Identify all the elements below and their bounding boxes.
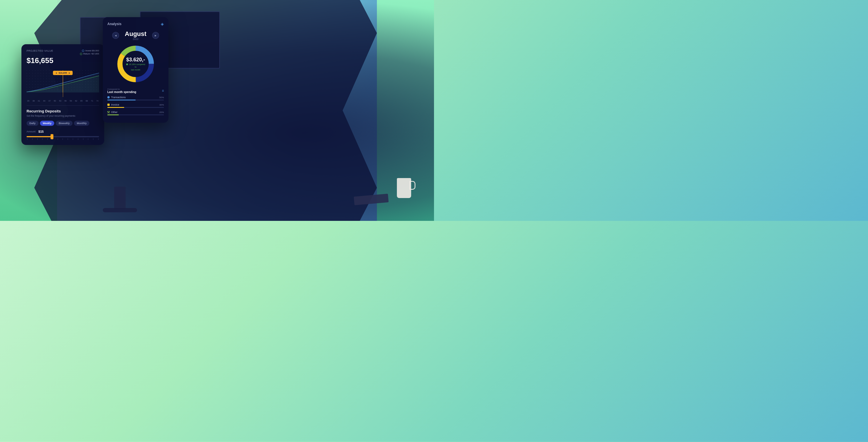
donut-amount: $3.620,- (126, 57, 146, 63)
spending-name-transactions: Transactions (107, 96, 126, 99)
other-bar-bg (107, 114, 164, 115)
month-year: 2022 (125, 38, 147, 40)
tick-3 (37, 138, 38, 140)
tick-13 (88, 138, 88, 140)
tick-9 (68, 138, 68, 140)
coffee-cup (397, 178, 411, 198)
chart-label-8: 56 (64, 100, 66, 102)
month-name: August (125, 30, 147, 38)
chart-label-6: 50 (54, 100, 56, 102)
month-display: August 2022 (125, 30, 147, 40)
donut-change: 16.18% compared tolast month (126, 63, 146, 71)
chart-label-14: 74 (96, 100, 98, 102)
invoice-dot (107, 104, 110, 106)
slider-track[interactable] (27, 136, 99, 137)
invest-info: Invest $9,000 Return +$7,655 (80, 49, 99, 55)
amount-value: $15 (38, 130, 44, 133)
invest-label: Invest $9,000 (85, 49, 99, 52)
chart-label-1: 35 (27, 100, 29, 102)
right-card: Analysis ◈ ◄ August 2022 ► $3.620,- (103, 17, 168, 123)
tick-4 (42, 138, 42, 140)
spending-item-other: Other 20% (107, 111, 164, 115)
comparison-section: Compared to Last month spending ≡ Transa… (107, 88, 164, 115)
chart-area: $16,655 (27, 68, 99, 97)
analysis-title: Analysis (107, 22, 121, 26)
comparison-title: Last month spending (107, 91, 136, 94)
comparison-text: Compared to Last month spending (107, 88, 136, 94)
return-item: Return +$7,655 (80, 53, 99, 55)
analysis-icon: ◈ (161, 22, 164, 26)
change-pct: 16.18% (129, 63, 136, 65)
recurring-title: Recurring Deposits (27, 109, 99, 113)
chart-label-4: 44 (43, 100, 45, 102)
prev-month-button[interactable]: ◄ (112, 32, 119, 39)
spending-item-transactions: Transactions 50% (107, 96, 164, 100)
slider-thumb[interactable] (51, 134, 53, 139)
slider-ticks (27, 138, 99, 140)
donut-center: $3.620,- 16.18% compared tolast month (126, 57, 146, 71)
freq-daily[interactable]: Daily (27, 121, 38, 126)
transactions-pct: 50% (159, 96, 164, 99)
invest-dot (82, 49, 84, 52)
other-bar (107, 114, 119, 115)
transactions-bar-bg (107, 100, 164, 100)
chart-label-2: 38 (33, 100, 35, 102)
amount-label: Amount: (27, 130, 36, 133)
comparison-label: Compared to (107, 88, 136, 91)
tick-5 (48, 138, 48, 140)
return-label: Return +$7,655 (83, 53, 99, 55)
desktop-base (103, 208, 137, 212)
projected-value: $16,655 (27, 56, 99, 65)
amount-row: Amount: $15 (27, 130, 99, 133)
transactions-label: Transactions (111, 96, 126, 99)
other-dot (107, 111, 110, 113)
tick-11 (78, 138, 78, 140)
tick-2 (32, 138, 33, 140)
invoice-bar (107, 107, 124, 108)
spending-item-invoice: Invoice 30% (107, 103, 164, 108)
analysis-header: Analysis ◈ (107, 22, 164, 26)
tick-15 (98, 138, 98, 140)
freq-monthly[interactable]: Monthly (74, 121, 90, 126)
next-month-button[interactable]: ► (152, 32, 159, 39)
chart-label-9: 59 (70, 100, 72, 102)
spending-row-invoice: Invoice 30% (107, 103, 164, 106)
slider-fill (27, 136, 52, 137)
chart-label-5: 47 (49, 100, 51, 102)
tick-7 (58, 138, 58, 140)
desktop-stand (114, 186, 126, 209)
donut-container: $3.620,- 16.18% compared tolast month (116, 44, 156, 84)
invoice-bar-bg (107, 107, 164, 108)
chart-vertical-line (63, 74, 63, 97)
return-dot (80, 53, 82, 55)
chart-label-10: 62 (75, 100, 78, 102)
comparison-header: Compared to Last month spending ≡ (107, 88, 164, 94)
invoice-pct: 30% (159, 104, 164, 106)
projected-label: Projected Value (27, 49, 53, 52)
freq-biweekly[interactable]: Biweekly (56, 121, 72, 126)
recurring-subtitle: Set the frequency of your recurring paym… (27, 114, 99, 117)
tick-10 (73, 138, 73, 140)
freq-weekly[interactable]: Weekly (40, 121, 55, 126)
spending-row-transactions: Transactions 50% (107, 96, 164, 99)
invest-item: Invest $9,000 (82, 49, 99, 52)
chart-label-13: 71 (91, 100, 93, 102)
tick-14 (93, 138, 93, 140)
left-card: Projected Value Invest $9,000 Return +$7… (22, 44, 104, 145)
spending-name-invoice: Invoice (107, 103, 119, 106)
chart-label-3: 41 (38, 100, 40, 102)
projected-header: Projected Value Invest $9,000 Return +$7… (27, 49, 99, 55)
transactions-bar (107, 100, 135, 100)
transactions-dot (107, 96, 110, 98)
chart-labels: 35 38 41 44 47 50 53 56 59 62 65 68 71 7… (27, 100, 99, 102)
filter-icon[interactable]: ≡ (162, 89, 164, 93)
frequency-buttons: Daily Weekly Biweekly Monthly (27, 121, 99, 126)
month-nav: ◄ August 2022 ► (107, 30, 164, 40)
chart-label-7: 53 (59, 100, 61, 102)
tick-1 (27, 138, 27, 140)
other-pct: 20% (159, 111, 164, 113)
other-label: Other (111, 111, 118, 113)
chart-label-12: 68 (86, 100, 88, 102)
chart-tooltip: $16,655 (53, 71, 72, 75)
change-dot (126, 63, 128, 65)
